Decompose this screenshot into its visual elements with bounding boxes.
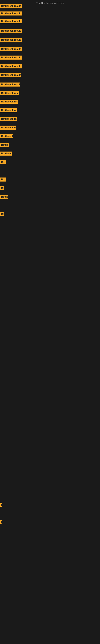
bottleneck-badge-10: Bottleneck result xyxy=(0,82,20,87)
bottleneck-badge-17: Bottle xyxy=(0,143,9,148)
bottleneck-badge-text-24: | xyxy=(0,503,2,507)
bottleneck-badge-text-12: Bottleneck res xyxy=(0,100,18,104)
bottleneck-badge-16: Bottleneck xyxy=(0,134,13,139)
bottleneck-badge-text-7: Bottleneck result xyxy=(0,56,22,60)
bottleneck-badge-text-13: Bottleneck res xyxy=(0,108,17,112)
bottleneck-badge-3: Bottleneck result xyxy=(0,19,22,24)
bottleneck-badge-7: Bottleneck result xyxy=(0,56,22,60)
bottleneck-badge-24: | xyxy=(0,503,2,508)
bottleneck-badge-text-25: | xyxy=(0,520,2,524)
bottleneck-badge-21: Bo xyxy=(0,186,4,191)
bottleneck-badge-19: Bot xyxy=(0,160,6,165)
bottleneck-badge-text-4: Bottleneck result xyxy=(0,29,22,33)
bottleneck-badge-text-18: Bottlenec xyxy=(0,152,12,156)
bottleneck-badge-text-14: Bottleneck resu xyxy=(0,117,17,121)
bottleneck-badge-8: Bottleneck result xyxy=(0,64,22,69)
bottleneck-badge-22: Bottle xyxy=(0,195,8,200)
bottleneck-badge-25: | xyxy=(0,520,2,525)
bottleneck-badge-12: Bottleneck res xyxy=(0,100,18,104)
bottleneck-badge-14: Bottleneck resu xyxy=(0,117,17,122)
bottleneck-badge-text-11: Bottleneck result xyxy=(0,91,19,95)
bottleneck-badge-18: Bottlenec xyxy=(0,152,12,156)
bottleneck-badge-20: Bot xyxy=(0,178,6,182)
vertical-line-1 xyxy=(0,169,1,176)
bottleneck-badge-text-23: Bo xyxy=(0,212,4,216)
bottleneck-badge-text-20: Bot xyxy=(0,178,6,182)
bottleneck-badge-text-17: Bottle xyxy=(0,143,9,147)
bottleneck-badge-4: Bottleneck result xyxy=(0,29,22,34)
bottleneck-badge-text-19: Bot xyxy=(0,160,6,164)
bottleneck-badge-13: Bottleneck res xyxy=(0,108,17,113)
bottleneck-badge-text-5: Bottleneck result xyxy=(0,38,22,42)
bottleneck-badge-2: Bottleneck result xyxy=(0,12,22,16)
bottleneck-badge-text-1: Bottleneck result xyxy=(0,4,22,8)
bottleneck-badge-text-16: Bottleneck xyxy=(0,134,13,138)
bottleneck-badge-text-2: Bottleneck result xyxy=(0,12,22,16)
bottleneck-badge-text-10: Bottleneck result xyxy=(0,82,20,86)
bottleneck-badge-6: Bottleneck result xyxy=(0,47,22,52)
bottleneck-badge-text-3: Bottleneck result xyxy=(0,19,22,23)
bottleneck-badge-11: Bottleneck result xyxy=(0,91,19,96)
bottleneck-badge-text-21: Bo xyxy=(0,186,4,190)
bottleneck-badge-text-9: Bottleneck result xyxy=(0,73,21,77)
bottleneck-badge-text-8: Bottleneck result xyxy=(0,64,22,68)
bottleneck-badge-9: Bottleneck result xyxy=(0,73,21,78)
bottleneck-badge-text-22: Bottle xyxy=(0,195,8,199)
bottleneck-badge-5: Bottleneck result xyxy=(0,38,22,43)
bottleneck-badge-1: Bottleneck result xyxy=(0,4,22,9)
bottleneck-badge-text-6: Bottleneck result xyxy=(0,47,22,51)
bottleneck-badge-15: Bottleneck res xyxy=(0,126,16,130)
bottleneck-badge-23: Bo xyxy=(0,212,4,217)
bottleneck-badge-text-15: Bottleneck res xyxy=(0,126,16,130)
